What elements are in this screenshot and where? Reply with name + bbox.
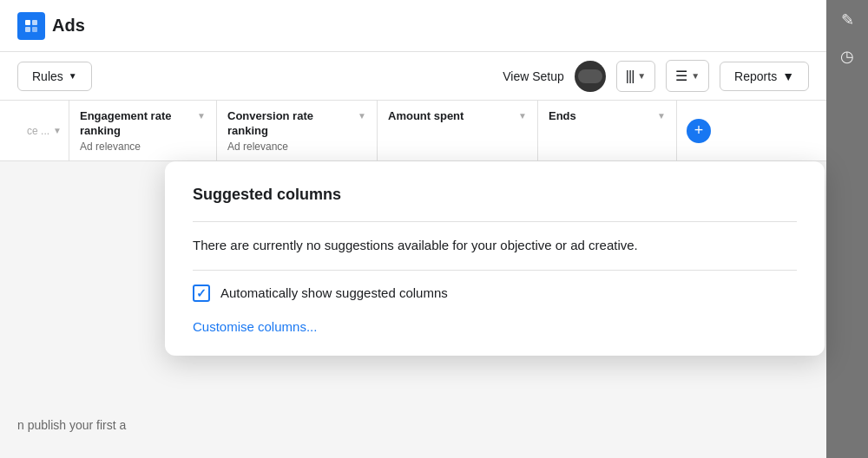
add-column-icon: + (687, 119, 711, 143)
right-sidebar: ✎ ◷ (826, 0, 868, 458)
header-logo: Ads (17, 12, 85, 40)
checkbox-check-icon: ✓ (196, 286, 207, 300)
col-placeholder-arrow: ▼ (53, 126, 62, 135)
col-conversion-sort-icon: ▼ (358, 111, 366, 121)
view-setup-label: View Setup (503, 69, 564, 83)
svg-rect-2 (25, 27, 30, 32)
popup-divider (193, 221, 797, 222)
logo-icon (17, 12, 45, 40)
col-ends-content: Ends (549, 109, 654, 126)
checkbox-label: Automatically show suggested columns (220, 285, 448, 300)
col-engagement-content: Engagement rate ranking Ad relevance (80, 109, 194, 153)
customise-columns-link[interactable]: Customise columns... (193, 319, 317, 334)
svg-rect-3 (32, 27, 37, 32)
popup-checkbox-row: ✓ Automatically show suggested columns (193, 285, 797, 302)
edit-icon[interactable]: ✎ (841, 10, 854, 29)
col-conversion-title: Conversion rate ranking (227, 109, 354, 139)
col-placeholder: ce ... ▼ (0, 101, 69, 160)
toggle-inner (578, 69, 602, 83)
col-amount-header[interactable]: Amount spent ▼ (378, 101, 538, 160)
page-title: Ads (52, 16, 85, 36)
suggested-columns-popup: Suggested columns There are currently no… (165, 161, 825, 356)
reports-chevron-icon: ▼ (782, 69, 794, 83)
filter-icon: ☰ (675, 68, 687, 84)
clock-icon[interactable]: ◷ (840, 47, 854, 66)
col-engagement-header[interactable]: Engagement rate ranking Ad relevance ▼ (69, 101, 217, 160)
columns-chevron-icon: ▼ (637, 71, 646, 81)
table-header: ce ... ▼ Engagement rate ranking Ad rele… (0, 101, 826, 161)
reports-label: Reports (734, 69, 777, 83)
popup-description: There are currently no suggestions avail… (193, 236, 797, 256)
col-amount-title: Amount spent (388, 109, 515, 124)
col-conversion-header[interactable]: Conversion rate ranking Ad relevance ▼ (217, 101, 378, 160)
col-conversion-subtitle: Ad relevance (227, 141, 354, 153)
col-engagement-sort-icon: ▼ (197, 111, 206, 121)
popup-divider-2 (193, 270, 797, 271)
col-ends-title: Ends (549, 109, 654, 124)
filter-chevron-icon: ▼ (691, 71, 700, 81)
publish-text: n publish your first a (17, 418, 126, 432)
rules-label: Rules (32, 69, 63, 83)
header-bar: Ads (0, 0, 826, 52)
toolbar-right: View Setup ||| ▼ ☰ ▼ Reports ▼ (503, 60, 809, 92)
auto-show-checkbox[interactable]: ✓ (193, 285, 210, 302)
col-amount-content: Amount spent (388, 109, 515, 126)
columns-icon: ||| (626, 69, 634, 84)
rules-chevron-icon: ▼ (69, 71, 77, 81)
columns-button[interactable]: ||| ▼ (616, 61, 655, 92)
toolbar-left: Rules ▼ (17, 62, 492, 91)
col-engagement-title: Engagement rate ranking (80, 109, 194, 139)
col-engagement-subtitle: Ad relevance (80, 141, 194, 153)
col-ends-header[interactable]: Ends ▼ (538, 101, 677, 160)
filter-button[interactable]: ☰ ▼ (666, 60, 709, 92)
col-placeholder-text: ce ... (27, 125, 49, 137)
reports-button[interactable]: Reports ▼ (720, 62, 809, 91)
col-ends-sort-icon: ▼ (657, 111, 666, 121)
col-amount-sort-icon: ▼ (518, 111, 527, 121)
popup-title: Suggested columns (193, 186, 797, 204)
col-conversion-content: Conversion rate ranking Ad relevance (227, 109, 354, 153)
toolbar: Rules ▼ View Setup ||| ▼ ☰ ▼ Reports ▼ (0, 52, 826, 101)
rules-button[interactable]: Rules ▼ (17, 62, 92, 91)
svg-rect-1 (32, 20, 37, 25)
svg-rect-0 (25, 20, 30, 25)
view-setup-toggle[interactable] (575, 61, 606, 92)
add-column-button[interactable]: + (677, 101, 720, 160)
